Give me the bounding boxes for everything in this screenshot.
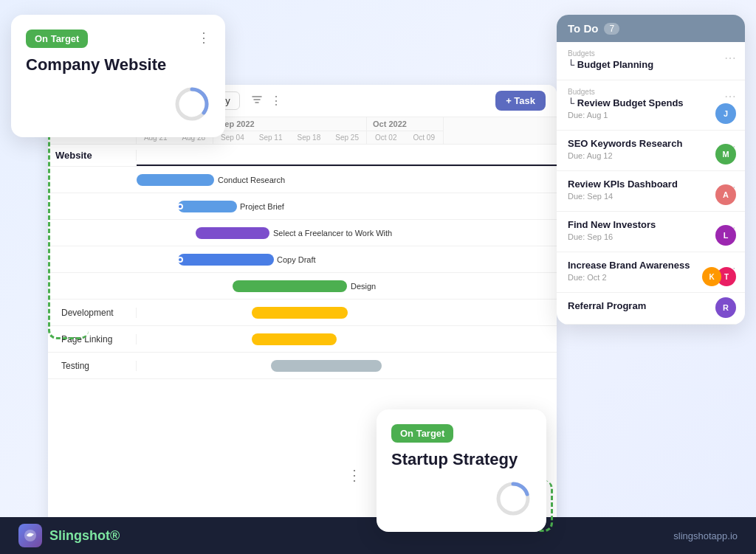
- company-website-card: On Target ⋮ Company Website: [11, 15, 225, 137]
- slingshot-logo-icon: [18, 524, 42, 547]
- task-timeline-copy-draft: Copy Draft: [137, 246, 557, 272]
- task-bar[interactable]: [178, 254, 274, 266]
- list-item: Find New Investors Due: Sep 16 ⋯ L: [557, 212, 745, 252]
- list-item: Increase Brand Awareness Due: Oct 2 ⋯ K …: [557, 252, 745, 293]
- todo-header: To Do 7: [557, 15, 745, 42]
- task-bar[interactable]: [252, 307, 348, 319]
- avatar: R: [715, 297, 736, 318]
- dashed-border-left: [48, 103, 89, 339]
- list-item: Budgets └ Review Budget Spends Due: Aug …: [557, 80, 745, 131]
- task-bar[interactable]: [178, 201, 237, 212]
- footer-brand-name: Slingshot®: [49, 528, 120, 544]
- list-item: Review KPIs Dashboard Due: Sep 14 ⋯ A: [557, 171, 745, 212]
- todo-item-name: Referral Program: [568, 300, 734, 311]
- table-row: Testing: [48, 353, 557, 379]
- on-target-badge: On Target: [26, 30, 88, 48]
- task-bar[interactable]: [233, 280, 347, 292]
- task-label-testing: Testing: [48, 361, 137, 371]
- startup-card-floating-menu[interactable]: ⋮: [347, 466, 362, 484]
- list-item: SEO Keywords Research Due: Aug 12 ⋯ M: [557, 131, 745, 171]
- startup-progress-circle: [495, 480, 532, 517]
- task-timeline-development: [137, 299, 557, 325]
- table-row: Select a Freelancer to Work With: [48, 220, 557, 246]
- todo-item-menu[interactable]: ⋯: [724, 89, 736, 103]
- avatar: J: [715, 103, 736, 124]
- task-timeline-conduct-research: Conduct Research: [137, 167, 557, 193]
- gantt-section-website: Website: [48, 145, 557, 167]
- table-row: Development: [48, 299, 557, 326]
- table-row: Copy Draft: [48, 246, 557, 273]
- avatar: M: [715, 144, 736, 165]
- avatar: A: [715, 184, 736, 205]
- table-row: Conduct Research: [48, 167, 557, 193]
- task-timeline-design: Design: [137, 273, 557, 299]
- startup-on-target-badge: On Target: [391, 424, 453, 443]
- todo-sidebar: To Do 7 Budgets └ Budget Planning ⋯ Budg…: [557, 15, 745, 325]
- task-timeline-testing: [137, 353, 557, 378]
- list-item: Referral Program ⋯ R: [557, 293, 745, 325]
- table-row: Page Linking: [48, 326, 557, 353]
- todo-title: To Do: [568, 22, 598, 35]
- todo-item-name: └ Review Budget Spends: [568, 97, 734, 108]
- task-timeline-page-linking: [137, 326, 557, 352]
- avatar: K: [702, 267, 721, 286]
- list-item: Budgets └ Budget Planning ⋯: [557, 42, 745, 80]
- filter-icon[interactable]: [251, 94, 263, 108]
- task-timeline-project-brief: Project Brief: [137, 193, 557, 219]
- startup-strategy-card: On Target Startup Strategy: [377, 409, 546, 532]
- company-progress-circle: [173, 86, 210, 122]
- company-card-menu[interactable]: ⋮: [197, 30, 210, 46]
- footer-logo: Slingshot®: [18, 524, 120, 547]
- add-task-btn[interactable]: + Task: [495, 91, 546, 111]
- task-bar[interactable]: [271, 360, 382, 372]
- footer-url: slingshotapp.io: [673, 530, 738, 541]
- todo-item-name: Find New Investors: [568, 219, 734, 230]
- todo-item-name: └ Budget Planning: [568, 59, 734, 70]
- task-timeline-freelancer: Select a Freelancer to Work With: [137, 220, 557, 246]
- todo-items-list: Budgets └ Budget Planning ⋯ Budgets └ Re…: [557, 42, 745, 325]
- table-row: Project Brief: [48, 193, 557, 220]
- todo-item-name: Review KPIs Dashboard: [568, 179, 734, 190]
- startup-card-title: Startup Strategy: [391, 450, 532, 469]
- task-bar[interactable]: [137, 174, 214, 186]
- gantt-more-icon[interactable]: ⋮: [270, 94, 282, 108]
- todo-count: 7: [604, 23, 619, 35]
- avatar: L: [715, 225, 736, 246]
- task-bar[interactable]: [196, 227, 269, 239]
- task-bar[interactable]: [252, 333, 337, 345]
- todo-item-menu[interactable]: ⋯: [724, 51, 736, 65]
- todo-item-name: SEO Keywords Research: [568, 138, 734, 149]
- company-card-title: Company Website: [26, 55, 210, 75]
- gantt-body: Website Conduct Research Project Brief: [48, 145, 557, 379]
- table-row: Design: [48, 273, 557, 299]
